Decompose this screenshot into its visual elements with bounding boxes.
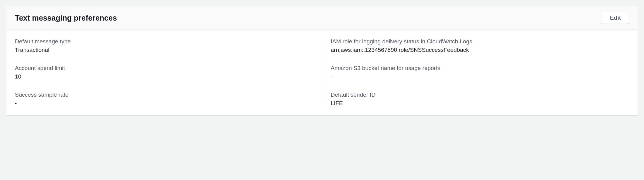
field-default-message-type: Default message type Transactional [15,38,313,53]
field-value: arn:aws:iam::1234567890:role/SNSSuccessF… [331,47,629,53]
field-label: Default sender ID [331,92,629,98]
field-value: LIFE [331,100,629,107]
field-account-spend-limit: Account spend limit 10 [15,65,313,80]
field-value: Transactional [15,47,313,53]
field-iam-role: IAM role for logging delivery status in … [331,38,629,53]
field-label: Amazon S3 bucket name for usage reports [331,65,629,72]
field-value: 10 [15,73,313,80]
field-value: - [331,73,629,80]
field-default-sender-id: Default sender ID LIFE [331,92,629,107]
column-right: IAM role for logging delivery status in … [322,38,629,107]
field-success-sample-rate: Success sample rate - [15,92,313,107]
field-value: - [15,100,313,107]
panel-title: Text messaging preferences [15,14,117,22]
column-left: Default message type Transactional Accou… [15,38,322,107]
edit-button[interactable]: Edit [602,12,629,24]
field-label: Success sample rate [15,92,313,98]
text-messaging-preferences-panel: Text messaging preferences Edit Default … [6,6,638,115]
field-label: IAM role for logging delivery status in … [331,38,629,45]
field-label: Default message type [15,38,313,45]
panel-body: Default message type Transactional Accou… [6,30,638,115]
field-label: Account spend limit [15,65,313,72]
panel-header: Text messaging preferences Edit [6,6,638,30]
field-s3-bucket: Amazon S3 bucket name for usage reports … [331,65,629,80]
